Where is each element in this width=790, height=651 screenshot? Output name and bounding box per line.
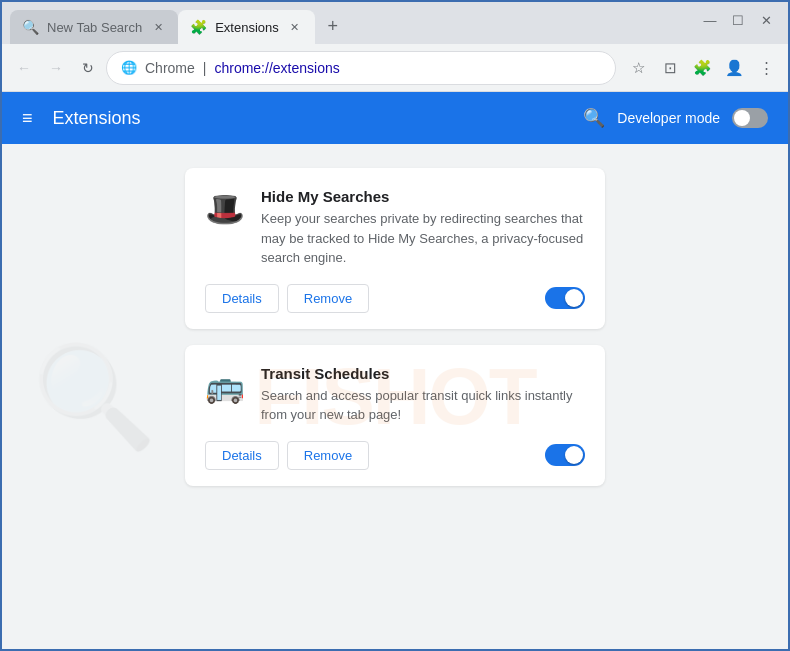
new-tab-button[interactable]: + <box>319 12 347 40</box>
tab-1-icon: 🔍 <box>22 19 39 35</box>
address-bar: ← → ↻ 🌐 Chrome | chrome://extensions ☆ ⊡… <box>2 44 788 92</box>
card-bottom-2: Details Remove <box>205 441 585 470</box>
profile-icon[interactable]: 👤 <box>720 54 748 82</box>
tab-extensions[interactable]: 🧩 Extensions ✕ <box>178 10 315 44</box>
developer-mode-toggle-knob <box>734 110 750 126</box>
header-search-icon[interactable]: 🔍 <box>583 107 605 129</box>
watermark-magnifier: 🔍 <box>32 338 157 456</box>
transit-schedules-icon: 🚌 <box>205 367 245 405</box>
hide-my-searches-info: Hide My Searches Keep your searches priv… <box>261 188 585 268</box>
window-controls: — ☐ ✕ <box>700 10 776 30</box>
card-top-2: 🚌 Transit Schedules Search and access po… <box>205 365 585 425</box>
card-bottom-1: Details Remove <box>205 284 585 313</box>
extension-card-hide-my-searches: 🎩 Hide My Searches Keep your searches pr… <box>185 168 605 329</box>
browser-window: 🔍 New Tab Search ✕ 🧩 Extensions ✕ + — ☐ … <box>0 0 790 651</box>
tab-new-tab-search[interactable]: 🔍 New Tab Search ✕ <box>10 10 178 44</box>
forward-button[interactable]: → <box>42 54 70 82</box>
tab-bar: 🔍 New Tab Search ✕ 🧩 Extensions ✕ + <box>2 2 788 44</box>
url-separator: | <box>203 60 207 76</box>
hide-my-searches-toggle-knob <box>565 289 583 307</box>
maximize-button[interactable]: ☐ <box>728 10 748 30</box>
extension-icon[interactable]: 🧩 <box>688 54 716 82</box>
back-button[interactable]: ← <box>10 54 38 82</box>
transit-schedules-details-button[interactable]: Details <box>205 441 279 470</box>
card-buttons-1: Details Remove <box>205 284 369 313</box>
transit-schedules-toggle[interactable] <box>545 444 585 466</box>
refresh-button[interactable]: ↻ <box>74 54 102 82</box>
transit-schedules-toggle-knob <box>565 446 583 464</box>
extension-card-transit-schedules: 🚌 Transit Schedules Search and access po… <box>185 345 605 486</box>
extensions-title: Extensions <box>53 108 141 129</box>
tab-2-icon: 🧩 <box>190 19 207 35</box>
minimize-button[interactable]: — <box>700 10 720 30</box>
url-bar[interactable]: 🌐 Chrome | chrome://extensions <box>106 51 616 85</box>
card-buttons-2: Details Remove <box>205 441 369 470</box>
hide-my-searches-icon: 🎩 <box>205 190 245 228</box>
hide-my-searches-details-button[interactable]: Details <box>205 284 279 313</box>
transit-schedules-name: Transit Schedules <box>261 365 585 382</box>
header-left: ≡ Extensions <box>22 108 141 129</box>
screenshot-icon[interactable]: ⊡ <box>656 54 684 82</box>
hide-my-searches-remove-button[interactable]: Remove <box>287 284 369 313</box>
tab-2-title: Extensions <box>215 20 279 35</box>
hide-my-searches-name: Hide My Searches <box>261 188 585 205</box>
developer-mode-toggle[interactable] <box>732 108 768 128</box>
tab-1-title: New Tab Search <box>47 20 142 35</box>
extensions-header: ≡ Extensions 🔍 Developer mode <box>2 92 788 144</box>
toolbar-icons: ☆ ⊡ 🧩 👤 ⋮ <box>624 54 780 82</box>
top-area: 🔍 New Tab Search ✕ 🧩 Extensions ✕ + — ☐ … <box>2 2 788 44</box>
hamburger-menu[interactable]: ≡ <box>22 108 33 129</box>
bookmark-icon[interactable]: ☆ <box>624 54 652 82</box>
url-path: chrome://extensions <box>214 60 339 76</box>
tab-1-close[interactable]: ✕ <box>150 19 166 35</box>
card-top-1: 🎩 Hide My Searches Keep your searches pr… <box>205 188 585 268</box>
transit-schedules-info: Transit Schedules Search and access popu… <box>261 365 585 425</box>
menu-icon[interactable]: ⋮ <box>752 54 780 82</box>
extensions-content: 🔍 FISHOT 🎩 Hide My Searches Keep your se… <box>2 144 788 649</box>
tab-2-close[interactable]: ✕ <box>287 19 303 35</box>
transit-schedules-remove-button[interactable]: Remove <box>287 441 369 470</box>
developer-mode-label: Developer mode <box>617 110 720 126</box>
close-button[interactable]: ✕ <box>756 10 776 30</box>
hide-my-searches-desc: Keep your searches private by redirectin… <box>261 209 585 268</box>
hide-my-searches-toggle[interactable] <box>545 287 585 309</box>
url-chrome-label: Chrome <box>145 60 195 76</box>
transit-schedules-desc: Search and access popular transit quick … <box>261 386 585 425</box>
header-right: 🔍 Developer mode <box>583 107 768 129</box>
